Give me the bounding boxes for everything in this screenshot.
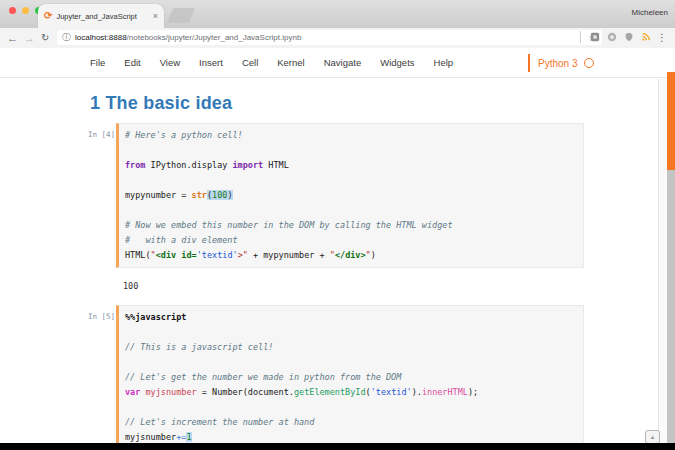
menu-kernel[interactable]: Kernel (277, 57, 304, 68)
url-host: localhost:8888 (75, 33, 127, 42)
rss-feed-icon[interactable] (640, 32, 651, 43)
url-path: /notebooks/jupyter/Jupyter_and_JavaScrip… (127, 33, 302, 42)
tab-close-icon[interactable]: × (153, 11, 158, 21)
code-cell-1: In [4]: # Here's a python cell! from IPy… (88, 123, 659, 268)
input-prompt: In [4]: (88, 123, 116, 268)
markdown-heading: 1 The basic idea (90, 93, 659, 114)
extension-circle-icon[interactable] (606, 32, 617, 43)
menu-insert[interactable]: Insert (199, 57, 223, 68)
browser-toolbar: ← → ↻ ⓘ localhost:8888/notebooks/jupyter… (0, 28, 675, 49)
extension-shield-icon[interactable] (623, 32, 634, 43)
menu-view[interactable]: View (160, 57, 180, 68)
scroll-badge-icon[interactable]: ▲ (645, 430, 660, 444)
bottom-black-bar (0, 443, 675, 450)
menu-cell[interactable]: Cell (242, 57, 258, 68)
forward-icon[interactable]: → (24, 30, 35, 46)
browser-profile-name[interactable]: Micheleen (632, 8, 668, 17)
tab-title: Jupyter_and_JavaScript (56, 12, 149, 21)
url-bar[interactable]: ⓘ localhost:8888/notebooks/jupyter/Jupyt… (57, 30, 602, 45)
input-prompt: In [5]: (88, 305, 116, 443)
new-tab-button[interactable] (167, 8, 195, 23)
extension-square-icon[interactable] (589, 32, 600, 43)
back-icon[interactable]: ← (7, 30, 18, 46)
kernel-indicator: Python 3 (528, 54, 594, 72)
notebook-menubar: File Edit View Insert Cell Kernel Naviga… (0, 48, 675, 78)
kernel-idle-icon (584, 58, 594, 68)
cell-output: 100 (123, 268, 659, 305)
menu-navigate[interactable]: Navigate (324, 57, 362, 68)
code-editor[interactable]: %%javascript // This is a javascript cel… (116, 305, 584, 443)
browser-tab[interactable]: ⟳ Jupyter_and_JavaScript × (38, 4, 164, 28)
notebook-container: 1 The basic idea In [4]: # Here's a pyth… (0, 79, 659, 443)
menu-help[interactable]: Help (434, 57, 454, 68)
extension-icons: ⋮ (580, 31, 667, 43)
right-edge-gray-strip (667, 170, 675, 443)
minimize-window-icon[interactable] (22, 7, 29, 14)
toolbar-separator (580, 31, 581, 43)
kernel-name: Python 3 (538, 58, 577, 69)
close-window-icon[interactable] (9, 7, 16, 14)
browser-menu-icon[interactable]: ⋮ (657, 32, 667, 43)
menu-widgets[interactable]: Widgets (380, 57, 414, 68)
window-titlebar: ⟳ Jupyter_and_JavaScript × Micheleen (0, 0, 675, 29)
page-info-icon[interactable]: ⓘ (62, 31, 71, 44)
right-edge-orange-strip (667, 72, 675, 170)
menu-edit[interactable]: Edit (124, 57, 140, 68)
menu-file[interactable]: File (90, 57, 105, 68)
code-editor[interactable]: # Here's a python cell! from IPython.dis… (116, 123, 584, 268)
code-cell-2: In [5]: %%javascript // This is a javasc… (88, 305, 659, 443)
jupyter-favicon-icon: ⟳ (44, 11, 52, 21)
badge-glyph: ▲ (650, 434, 656, 440)
url-text[interactable]: localhost:8888/notebooks/jupyter/Jupyter… (75, 33, 584, 42)
reload-icon[interactable]: ↻ (41, 30, 49, 46)
